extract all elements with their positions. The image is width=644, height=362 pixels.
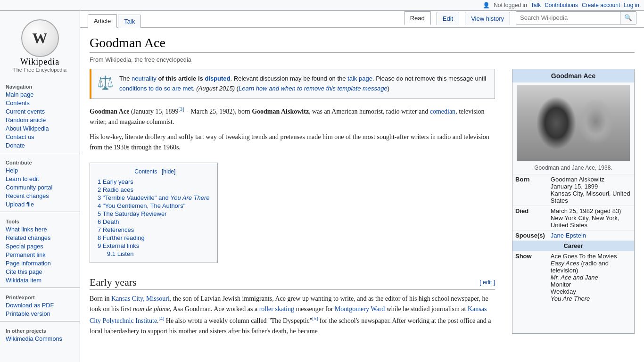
conditions-link[interactable]: conditions to do so are met — [119, 85, 193, 92]
kansas-city-link[interactable]: Kansas City, Missouri — [111, 295, 170, 302]
contrib-item-help[interactable]: Help — [0, 166, 80, 175]
show-2: Easy Aces (radio and television) — [551, 260, 609, 274]
nav-item-current-events[interactable]: Current events — [0, 107, 80, 116]
toc-link-9[interactable]: 9 External links — [98, 242, 139, 249]
toc-link-7[interactable]: 7 References — [98, 226, 134, 233]
print-item-pdf[interactable]: Download as PDF — [0, 301, 80, 310]
infobox-table: Born Goodman Aiskowitz January 15, 1899 … — [512, 174, 634, 304]
infobox-show-row: Show Ace Goes To the Movies Easy Aces (r… — [512, 251, 634, 304]
show-label: Show — [512, 251, 548, 304]
search-input[interactable] — [516, 13, 620, 22]
dispute-banner: ⚖️ The neutrality of this article is dis… — [90, 69, 495, 99]
toc-link-4[interactable]: 4 "You Gentlemen, The Authors" — [98, 202, 185, 209]
other-projects-label: In other projects — [0, 324, 80, 335]
main-content: Article Talk Read Edit View history 🔍 Go… — [80, 11, 644, 362]
nav-item-contents[interactable]: Contents — [0, 99, 80, 107]
article-text: ⚖️ The neutrality of this article is dis… — [90, 69, 495, 341]
talk-page-link[interactable]: talk page — [347, 75, 372, 82]
nav-item-random-article[interactable]: Random article — [0, 116, 80, 124]
toc-link-6[interactable]: 6 Death — [98, 218, 119, 225]
talk-link[interactable]: Talk — [531, 2, 541, 8]
tab-edit[interactable]: Edit — [437, 12, 459, 25]
infobox-died-row: Died March 25, 1982 (aged 83) New York C… — [512, 206, 634, 230]
contrib-item-learn[interactable]: Learn to edit — [0, 175, 80, 183]
tools-item-wikidata[interactable]: Wikidata item — [0, 276, 80, 285]
toc-link-9-1[interactable]: 9.1 Listen — [107, 250, 133, 257]
spouse-link[interactable]: Jane Epstein — [551, 232, 586, 239]
section-heading-text: Early years — [90, 276, 137, 288]
tab-read[interactable]: Read — [404, 11, 431, 25]
toc-link-5[interactable]: 5 The Saturday Reviewer — [98, 210, 166, 217]
tools-item-related-changes[interactable]: Related changes — [0, 234, 80, 242]
toc-item-4: 4 "You Gentlemen, The Authors" — [98, 202, 210, 210]
intro-paragraph-1: Goodman Ace (January 15, 1899[3] – March… — [90, 106, 495, 127]
other-item-wikimedia[interactable]: Wikimedia Commons — [0, 335, 80, 343]
article: Goodman Ace From Wikipedia, the free enc… — [80, 28, 644, 362]
section-edit-link[interactable]: edit — [483, 279, 492, 286]
nav-item-donate[interactable]: Donate — [0, 141, 80, 150]
roller-skating-link[interactable]: roller skating — [259, 305, 294, 313]
tools-item-page-info[interactable]: Page information — [0, 259, 80, 268]
contribute-list: Help Learn to edit Community portal Rece… — [0, 166, 80, 209]
from-wikipedia-text: From Wikipedia, the free encyclopedia — [90, 57, 635, 63]
nav-link-current-events[interactable]: Current events — [0, 107, 80, 116]
nav-link-donate[interactable]: Donate — [0, 141, 80, 150]
toc-item-5: 5 The Saturday Reviewer — [98, 210, 210, 218]
montgomery-ward-link[interactable]: Montgomery Ward — [335, 305, 385, 313]
tools-item-whatlinks[interactable]: What links here — [0, 225, 80, 234]
nav-item-main-page[interactable]: Main page — [0, 90, 80, 99]
scales-icon: ⚖️ — [97, 75, 114, 90]
contrib-item-community[interactable]: Community portal — [0, 183, 80, 192]
print-list: Download as PDF Printable version — [0, 301, 80, 318]
section-edit-wrapper: [ edit ] — [479, 279, 495, 286]
toc-link-3[interactable]: 3 "Terrible Vaudeville" and You Are Ther… — [98, 194, 210, 201]
toc-hide-button[interactable]: [hide] — [162, 168, 175, 175]
nav-link-random-article[interactable]: Random article — [0, 116, 80, 124]
tools-item-special-pages[interactable]: Special pages — [0, 242, 80, 251]
nav-item-about[interactable]: About Wikipedia — [0, 124, 80, 133]
toc-link-2[interactable]: 2 Radio aces — [98, 186, 133, 193]
disputed-link[interactable]: disputed — [205, 75, 230, 82]
show-value: Ace Goes To the Movies Easy Aces (radio … — [548, 251, 634, 304]
died-date: March 25, 1982 (aged 83) — [551, 207, 621, 214]
born-value: Goodman Aiskowitz January 15, 1899 Kansa… — [548, 174, 634, 206]
tab-talk[interactable]: Talk — [118, 15, 141, 28]
create-account-link[interactable]: Create account — [582, 2, 620, 8]
infobox-born-row: Born Goodman Aiskowitz January 15, 1899 … — [512, 174, 634, 206]
cite-ref-3[interactable]: [3] — [179, 107, 184, 112]
comedian-link[interactable]: comedian — [430, 107, 455, 115]
tab-article[interactable]: Article — [88, 14, 117, 28]
contrib-item-upload[interactable]: Upload file — [0, 200, 80, 209]
infobox-career-header-row: Career — [512, 241, 634, 251]
neutrality-link[interactable]: neutrality — [132, 75, 157, 82]
nav-link-about[interactable]: About Wikipedia — [0, 124, 80, 133]
search-button[interactable]: 🔍 — [620, 11, 636, 25]
nav-link-main-page[interactable]: Main page — [0, 90, 80, 99]
show-4: Monitor — [551, 281, 571, 288]
log-in-link[interactable]: Log in — [624, 2, 639, 8]
nav-link-contact[interactable]: Contact us — [0, 133, 80, 141]
tab-view-history[interactable]: View history — [465, 12, 510, 25]
wiki-subtitle: The Free Encyclopedia — [0, 67, 80, 73]
toc-link-8[interactable]: 8 Further reading — [98, 234, 145, 241]
search-box: 🔍 — [516, 11, 636, 25]
toc-item-6: 6 Death — [98, 218, 210, 226]
article-title: Goodman Ace — [90, 35, 635, 53]
content-tabs: Article Talk Read Edit View history 🔍 — [80, 11, 644, 28]
nav-item-contact[interactable]: Contact us — [0, 133, 80, 141]
contributions-link[interactable]: Contributions — [545, 2, 578, 8]
tools-item-permanent-link[interactable]: Permanent link — [0, 251, 80, 259]
born-date: January 15, 1899 — [551, 183, 598, 190]
nav-link-contents[interactable]: Contents — [0, 99, 80, 107]
learn-link[interactable]: Learn how and when to remove this templa… — [239, 85, 388, 92]
toc-link-1[interactable]: 1 Early years — [98, 178, 133, 185]
print-item-printable[interactable]: Printable version — [0, 310, 80, 318]
cite-ref-4[interactable]: [4] — [159, 316, 165, 321]
contrib-item-recent-changes[interactable]: Recent changes — [0, 192, 80, 200]
died-place: New York City, New York, United States — [551, 214, 619, 229]
cite-ref-5[interactable]: [5] — [313, 316, 318, 321]
table-of-contents: Contents [hide] 1 Early years 2 Radio ac… — [90, 163, 218, 263]
tools-item-cite[interactable]: Cite this page — [0, 268, 80, 276]
sidebar: Wikipedia The Free Encyclopedia Navigati… — [0, 11, 80, 362]
navigation-label: Navigation — [0, 80, 80, 90]
